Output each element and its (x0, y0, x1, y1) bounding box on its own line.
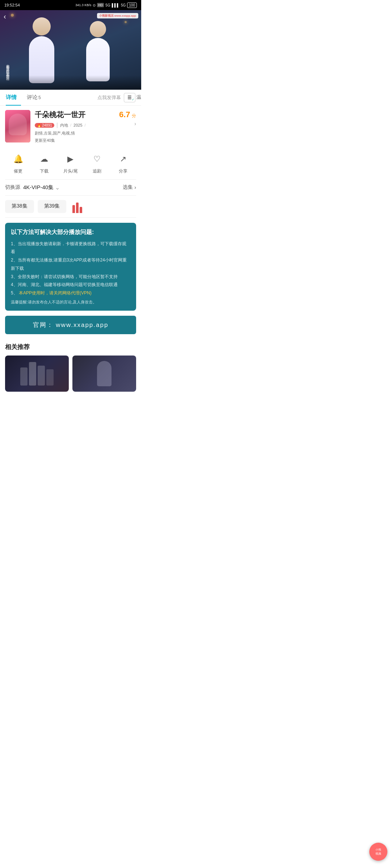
follow-label: 追剧 (93, 168, 101, 174)
signal-icon: ▌▌▌ (112, 3, 119, 7)
item5-prefix: 5、 (11, 290, 18, 295)
score-unit: 分 (132, 113, 136, 118)
danmu-button[interactable]: 点我发弹幕 (97, 94, 121, 101)
wifi-icon: ⊙ (93, 3, 96, 7)
info-item-5: 5、 本APP使用时，请关闭网络代理(VPN) (11, 289, 130, 297)
content-area: 优酷全网独播 极清超精 千朵桃花一世开 🔥 24891 | 内地 / 2025 … (0, 106, 141, 395)
episode-39[interactable]: 第39集 (38, 200, 67, 213)
download-button[interactable]: ☁ 下载 (37, 152, 51, 174)
drama-info: 优酷全网独播 极清超精 千朵桃花一世开 🔥 24891 | 内地 / 2025 … (5, 110, 136, 144)
slash: / (70, 123, 71, 127)
share-label: 分享 (119, 168, 127, 174)
skip-icon: ▶ (64, 152, 77, 166)
info-item-3: 3、全部失败时：请尝试切换网络，可能分地区暂不支持 (11, 273, 130, 281)
select-ep-arrow: › (134, 184, 136, 190)
hd-badge: HD (97, 3, 104, 7)
urge-button[interactable]: 🔔 催更 (11, 152, 25, 174)
drama-meta: 千朵桃花一世开 🔥 24891 | 内地 / 2025 / 剧情,古装,国产,电… (35, 110, 115, 144)
urge-label: 催更 (14, 168, 22, 174)
related-card-2[interactable] (72, 356, 136, 392)
share-icon: ↗ (116, 152, 130, 166)
source-dropdown-icon[interactable]: ⌄ (55, 184, 60, 191)
year: 2025 (73, 123, 82, 127)
speed-indicator: 341.3 KB/s (75, 3, 91, 7)
status-bar: 19:52:54 341.3 KB/s ⊙ HD 5G ▌▌▌ 5G 100 (0, 0, 141, 10)
follow-icon: ♡ (90, 152, 104, 166)
video-credits: 意编剧平 张开娜 刘燕红 意策划 朱坤朝 朱玥佳 (5, 62, 11, 75)
switch-source-label: 切换源 (5, 184, 20, 191)
battery-icon: 100 (127, 3, 137, 8)
slash2: / (85, 123, 86, 127)
tab-details[interactable]: 详情 (6, 90, 21, 106)
xxapp-logo: 小熊影视压 www.xxapp.app (97, 13, 138, 18)
danmu-toggle[interactable]: ☰ ✓ (124, 93, 135, 102)
download-icon: ☁ (37, 152, 51, 166)
urge-icon: 🔔 (11, 152, 25, 166)
info-title: 以下方法可解决大部分播放问题: (11, 229, 130, 236)
comments-badge: 5 (38, 95, 41, 100)
related-title: 相关推荐 (5, 343, 136, 351)
drama-poster: 优酷全网独播 极清超精 (5, 110, 30, 142)
related-section: 相关推荐 (5, 339, 136, 395)
tab-right-actions: 点我发弹幕 ☰ ✓ (97, 93, 135, 102)
skip-label: 片头/尾 (63, 168, 77, 174)
5g-badge-2: 5G (121, 3, 126, 7)
score-number: 6.7 (119, 110, 130, 119)
time: 19:52:54 (4, 3, 20, 7)
warm-label: 温 (136, 94, 141, 101)
divider: | (56, 122, 58, 128)
select-episode-btn[interactable]: 选集 › (123, 184, 136, 191)
official-site-text: 官网： www.xxapp.app (33, 322, 109, 328)
select-ep-label: 选集 (123, 184, 133, 191)
skip-intro-button[interactable]: ▶ 片头/尾 (63, 152, 77, 174)
5g-badge: 5G (105, 3, 110, 7)
region: 内地 (60, 123, 68, 128)
drama-stats: 🔥 24891 | 内地 / 2025 / 剧情,古装,国产,电视,情 (35, 122, 115, 136)
back-button[interactable]: ‹ (4, 12, 6, 21)
download-label: 下载 (40, 168, 49, 174)
drama-title: 千朵桃花一世开 (35, 110, 115, 120)
hot-badge: 🔥 24891 (35, 123, 54, 128)
official-site-btn[interactable]: 官网： www.xxapp.app (5, 316, 136, 334)
info-items: 1、当出现播放失败请刷新．卡顿请更换线路，可下载缓存观看 2、当所有都无法播放,… (11, 240, 130, 298)
episode-38[interactable]: 第38集 (5, 200, 34, 213)
related-card-1[interactable] (5, 356, 69, 392)
video-gradient (0, 75, 141, 90)
follow-button[interactable]: ♡ 追剧 (90, 152, 104, 174)
episode-list: 第38集 第39集 (5, 196, 136, 218)
video-player[interactable]: 意编剧平 张开娜 刘燕红 意策划 朱坤朝 朱玥佳 ‹ 小熊影视压 www.xxa… (0, 10, 141, 90)
info-item-4: 4、河南、湖北、福建等移动网络问题可切换至电信联通 (11, 281, 130, 289)
score-arrow[interactable]: › (119, 121, 136, 127)
info-item-1: 1、当出现播放失败请刷新．卡顿请更换线路，可下载缓存观看 (11, 240, 130, 256)
item5-highlight: 本APP使用时，请关闭网络代理(VPN) (19, 290, 92, 295)
action-buttons: 🔔 催更 ☁ 下载 ▶ 片头/尾 ♡ 追剧 ↗ 分享 (5, 149, 136, 180)
status-icons: 341.3 KB/s ⊙ HD 5G ▌▌▌ 5G 100 (75, 3, 137, 8)
score-box: 6.7 分 › (119, 110, 136, 127)
current-source: 4K-VIP-40集 (23, 184, 54, 191)
episode-info: 更新至40集 (35, 137, 115, 144)
info-warning: 温馨提醒:请勿发布合人不适的言论,及人身攻击。 (11, 299, 130, 305)
genres: 剧情,古装,国产,电视,情 (35, 131, 75, 136)
related-grid (5, 356, 136, 392)
source-bar: 切换源 4K-VIP-40集 ⌄ 选集 › (5, 180, 136, 196)
tab-comments[interactable]: 评论 5 (27, 90, 45, 106)
share-button[interactable]: ↗ 分享 (116, 152, 130, 174)
chart-icon[interactable] (70, 200, 84, 213)
tabs-bar: 详情 评论 5 点我发弹幕 ☰ ✓ 温 (0, 90, 141, 106)
playback-info-box: 以下方法可解决大部分播放问题: 1、当出现播放失败请刷新．卡顿请更换线路，可下载… (5, 223, 136, 311)
info-item-2: 2、当所有都无法播放,请重启3次APP,或者等待24小时官网重新下载 (11, 256, 130, 273)
